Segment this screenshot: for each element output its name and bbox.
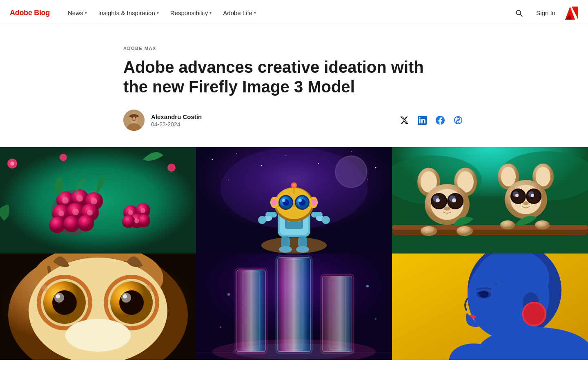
svg-point-85 [292, 184, 296, 187]
svg-point-82 [298, 199, 302, 202]
svg-point-11 [128, 117, 130, 120]
svg-point-45 [236, 153, 237, 154]
nav-item-responsibility[interactable]: Responsibility ▾ [165, 6, 217, 20]
svg-point-129 [535, 220, 550, 229]
svg-point-89 [312, 199, 316, 206]
svg-point-44 [212, 159, 213, 160]
image-grid [0, 147, 588, 360]
woman-scene [392, 254, 588, 360]
grid-cell-owl [0, 254, 196, 360]
svg-point-126 [531, 194, 534, 197]
svg-point-30 [87, 210, 93, 215]
svg-point-29 [58, 211, 64, 216]
owl-scene [0, 254, 196, 360]
svg-point-12 [138, 117, 140, 120]
twitter-x-icon [400, 116, 409, 125]
svg-point-189 [501, 281, 503, 283]
author-info: Alexandru Costin 04-23-2024 [123, 110, 202, 131]
svg-point-88 [272, 199, 276, 206]
svg-point-128 [500, 220, 515, 229]
svg-point-67 [322, 216, 330, 224]
author-name: Alexandru Costin [151, 113, 202, 120]
svg-point-50 [375, 167, 376, 168]
sign-in-button[interactable]: Sign In [533, 6, 559, 20]
nav-right: Sign In [512, 6, 578, 20]
svg-point-111 [421, 226, 437, 236]
article-title: Adobe advances creative ideation with th… [123, 57, 434, 96]
svg-point-185 [523, 303, 545, 325]
svg-point-153 [123, 294, 127, 298]
svg-point-25 [62, 197, 69, 204]
site-logo[interactable]: Adobe Blog [10, 9, 50, 17]
facebook-icon [436, 116, 445, 125]
svg-point-23 [63, 216, 80, 232]
article-header: ADOBE MAX Adobe advances creative ideati… [0, 46, 588, 131]
svg-point-28 [72, 209, 79, 215]
svg-point-149 [119, 290, 144, 315]
svg-point-38 [134, 218, 139, 223]
nav-item-news[interactable]: News ▾ [63, 6, 92, 20]
grid-cell-raspberry [0, 147, 196, 254]
svg-point-27 [91, 198, 97, 204]
search-button[interactable] [512, 6, 526, 20]
svg-line-1 [520, 14, 522, 16]
svg-point-41 [60, 154, 67, 161]
svg-rect-165 [323, 276, 352, 352]
nav-item-insights[interactable]: Insights & Inspiration ▾ [94, 6, 164, 20]
adobe-logo-icon [565, 7, 578, 20]
chevron-down-icon: ▾ [85, 11, 87, 15]
link-icon [454, 116, 463, 125]
grid-cell-lemur [392, 147, 588, 254]
author-meta: Alexandru Costin 04-23-2024 [151, 113, 202, 128]
main-navigation: Adobe Blog News ▾ Insights & Inspiration… [0, 0, 588, 26]
svg-point-172 [366, 285, 369, 287]
share-twitter-button[interactable] [398, 114, 411, 127]
svg-point-52 [367, 180, 368, 180]
svg-point-173 [220, 326, 221, 328]
chevron-down-icon: ▾ [254, 11, 256, 15]
svg-point-81 [282, 199, 285, 202]
svg-point-110 [444, 206, 450, 211]
svg-rect-158 [237, 270, 265, 352]
chevron-down-icon: ▾ [157, 11, 159, 15]
svg-point-127 [523, 202, 529, 205]
grid-cell-glass [196, 254, 392, 360]
svg-point-40 [10, 162, 14, 166]
share-link-button[interactable] [452, 114, 465, 127]
share-icons [398, 114, 465, 127]
svg-point-148 [52, 290, 77, 315]
glass-scene [196, 254, 392, 360]
svg-point-154 [65, 319, 131, 352]
grid-cell-woman [392, 254, 588, 360]
svg-point-115 [501, 167, 516, 186]
lemur-scene [392, 147, 588, 254]
share-facebook-button[interactable] [434, 114, 447, 127]
grid-cell-robot [196, 147, 392, 254]
svg-point-56 [261, 237, 327, 254]
search-icon [515, 9, 523, 17]
svg-point-112 [457, 226, 473, 236]
svg-point-66 [258, 216, 266, 224]
nav-item-adobe-life[interactable]: Adobe Life ▾ [218, 6, 261, 20]
share-linkedin-button[interactable] [416, 114, 429, 127]
svg-point-42 [167, 164, 176, 172]
svg-point-49 [351, 151, 352, 152]
svg-point-37 [140, 208, 145, 213]
svg-point-26 [76, 195, 83, 202]
raspberry-scene [0, 147, 196, 254]
linkedin-icon [418, 116, 427, 125]
svg-point-34 [122, 215, 135, 228]
svg-point-125 [515, 194, 519, 197]
robot-scene [196, 147, 392, 254]
avatar-image [123, 110, 145, 131]
svg-point-71 [296, 246, 309, 253]
svg-point-188 [495, 283, 497, 285]
svg-point-22 [49, 217, 65, 233]
svg-point-109 [452, 198, 456, 202]
svg-point-24 [78, 215, 94, 231]
author-date: 04-23-2024 [151, 121, 202, 128]
svg-point-70 [279, 246, 292, 253]
author-row: Alexandru Costin 04-23-2024 [123, 110, 465, 131]
svg-rect-162 [278, 258, 310, 352]
nav-links: News ▾ Insights & Inspiration ▾ Responsi… [63, 6, 512, 20]
